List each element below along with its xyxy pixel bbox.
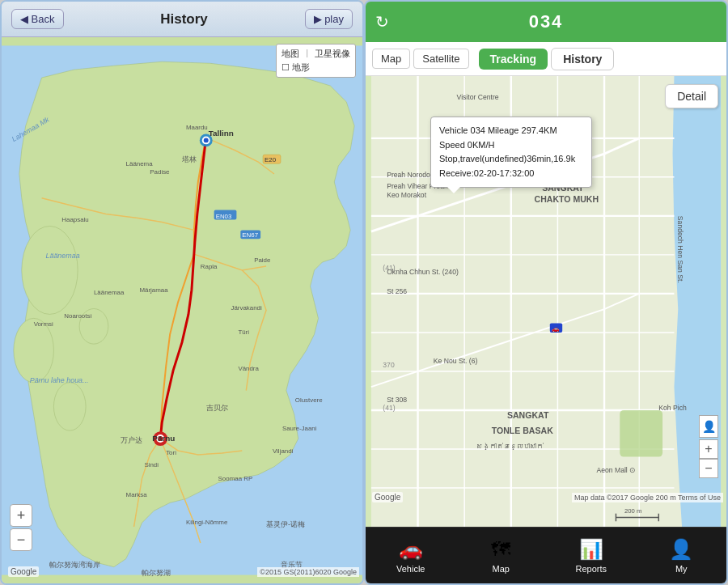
svg-text:Tori: Tori [166, 449, 176, 456]
google-logo-left: Google [8, 566, 39, 577]
map-icon: 🗺 [491, 538, 510, 561]
terrain-checkbox[interactable]: ☐ 地形 [281, 61, 350, 74]
svg-text:Märjamaa: Märjamaa [139, 286, 168, 294]
svg-text:Keo Morakot: Keo Morakot [387, 191, 427, 199]
svg-point-3 [53, 383, 86, 430]
svg-text:Vändra: Vändra [238, 365, 259, 372]
svg-text:370: 370 [383, 361, 395, 369]
info-popup: Vehicle 034 Mileage 297.4KM Speed 0KM/H … [430, 117, 592, 188]
play-button[interactable]: ▶ play [305, 9, 353, 29]
vehicle-icon: 🚗 [399, 538, 423, 561]
svg-text:សង្កាត់ទន្លេបាសាក់: សង្កាត់ទន្លេបាសាក់ [476, 443, 544, 451]
svg-text:CHAKTO MUKH: CHAKTO MUKH [535, 194, 599, 204]
svg-text:Läänemaa: Läänemaa [46, 252, 80, 260]
nav-reports[interactable]: 📊 Reports [546, 538, 637, 574]
svg-text:Sindi: Sindi [144, 461, 159, 468]
google-logo-right: Google [372, 492, 403, 502]
nav-map[interactable]: 🗺 Map [456, 538, 547, 574]
svg-text:St 256: St 256 [387, 287, 407, 295]
svg-text:帕尔努海湾海岸: 帕尔努海湾海岸 [49, 561, 100, 569]
svg-text:E20: E20 [265, 156, 277, 163]
svg-text:(41): (41) [383, 404, 395, 412]
left-header: ◀ Back History ▶ play [2, 2, 362, 37]
svg-text:Vormsi: Vormsi [34, 320, 53, 328]
zoom-controls-left: + − [10, 504, 32, 551]
svg-text:Sandech Hen San St.: Sandech Hen San St. [676, 216, 684, 283]
svg-point-1 [22, 226, 78, 314]
left-panel: ◀ Back History ▶ play [0, 0, 364, 585]
reports-label: Reports [575, 564, 607, 574]
zoom-in-right[interactable]: + [699, 439, 718, 459]
svg-text:帕尔努湖: 帕尔努湖 [142, 569, 171, 577]
right-map-background: Visitor Centre National Museum Royal Pal… [366, 76, 726, 527]
map-controls-left: 地图 | 卫星视像 ☐ 地形 [276, 44, 356, 78]
svg-text:Ke Nou St. (6): Ke Nou St. (6) [434, 357, 478, 365]
svg-point-7 [204, 138, 209, 142]
right-nav-tabs: Map Satellite Tracking History [366, 42, 726, 76]
svg-text:Haapsalu: Haapsalu [61, 216, 88, 223]
svg-text:Saure-Jaani: Saure-Jaani [282, 425, 317, 432]
svg-text:Marksa: Marksa [126, 491, 148, 498]
tab-map[interactable]: Map [372, 49, 410, 69]
vehicle-label: Vehicle [396, 564, 425, 574]
svg-text:Noarootsi: Noarootsi [64, 312, 91, 320]
svg-text:Järvakandi: Järvakandi [231, 304, 261, 312]
svg-text:Olustvere: Olustvere [295, 396, 323, 404]
svg-text:Pärnu lahe houa...: Pärnu lahe houa... [30, 376, 89, 384]
tab-tracking[interactable]: Tracking [479, 49, 548, 70]
nav-my[interactable]: 👤 My [637, 538, 727, 574]
nav-vehicle[interactable]: 🚗 Vehicle [366, 538, 456, 574]
svg-text:EN67: EN67 [242, 231, 258, 239]
svg-text:Paide: Paide [254, 256, 271, 264]
map-type-box: 地图 | 卫星视像 ☐ 地形 [276, 44, 356, 78]
right-map-container[interactable]: Visitor Centre National Museum Royal Pal… [366, 76, 726, 527]
svg-text:St 308: St 308 [387, 396, 407, 404]
svg-text:EN03: EN03 [216, 213, 232, 220]
estonia-map-svg: Tallinn Maardu Läänema Padise Haapsalu L… [2, 37, 362, 583]
svg-text:Tallinn: Tallinn [209, 129, 234, 138]
svg-text:Visitor Centre: Visitor Centre [457, 93, 499, 101]
svg-text:SANGKAT: SANGKAT [507, 410, 549, 420]
svg-text:Läänema: Läänema [126, 160, 154, 167]
svg-text:(41): (41) [383, 264, 395, 272]
svg-rect-68 [620, 410, 662, 457]
zoom-out-right[interactable]: − [699, 459, 718, 478]
svg-text:Koh Pich: Koh Pich [658, 404, 687, 412]
popup-line2: Speed 0KM/H [439, 138, 583, 153]
left-title: History [160, 11, 208, 28]
satellite-label[interactable]: 卫星视像 [315, 48, 350, 60]
my-icon: 👤 [669, 538, 693, 561]
right-title: 034 [529, 11, 564, 32]
reports-icon: 📊 [579, 538, 603, 561]
svg-text:TONLE BASAK: TONLE BASAK [492, 426, 553, 435]
svg-text:Rapla: Rapla [201, 263, 218, 270]
popup-line1: Vehicle 034 Mileage 297.4KM [439, 124, 583, 138]
zoom-in-button[interactable]: + [10, 504, 32, 527]
left-map-container: Tallinn Maardu Läänema Padise Haapsalu L… [2, 37, 362, 583]
right-header: ↻ 034 [366, 2, 726, 42]
popup-line3: Stop,travel(undefined)36min,16.9k [439, 152, 583, 167]
svg-text:200 m: 200 m [624, 507, 641, 515]
svg-text:塔林: 塔林 [181, 155, 197, 163]
map-label: Map [493, 564, 510, 574]
svg-text:基灵伊-诺梅: 基灵伊-诺梅 [266, 520, 305, 528]
map-label[interactable]: 地图 [281, 48, 299, 60]
bottom-nav: 🚗 Vehicle 🗺 Map 📊 Reports 👤 My [366, 527, 726, 583]
svg-text:吉贝尔: 吉贝尔 [206, 404, 228, 412]
left-map-background[interactable]: Tallinn Maardu Läänema Padise Haapsalu L… [2, 37, 362, 583]
svg-text:Läänemaa: Läänemaa [94, 289, 125, 296]
zoom-out-button[interactable]: − [10, 528, 32, 551]
tab-history[interactable]: History [551, 48, 614, 70]
back-button[interactable]: ◀ Back [11, 9, 64, 29]
svg-text:Kilingi-Nõmme: Kilingi-Nõmme [186, 519, 228, 526]
svg-text:Padise: Padise [150, 168, 170, 176]
svg-text:Oknha Chhun St. (240): Oknha Chhun St. (240) [387, 268, 459, 276]
svg-text:Pärnu: Pärnu [152, 434, 175, 443]
svg-text:Türi: Türi [238, 329, 249, 336]
svg-text:Aeon Mall ⊙: Aeon Mall ⊙ [596, 466, 636, 474]
person-icon[interactable]: 👤 [699, 415, 718, 438]
detail-button[interactable]: Detail [665, 84, 718, 108]
map-copyright-right: Map data ©2017 Google 200 m Terms of Use [572, 493, 723, 502]
refresh-icon[interactable]: ↻ [375, 12, 389, 32]
tab-satellite[interactable]: Satellite [413, 49, 468, 69]
